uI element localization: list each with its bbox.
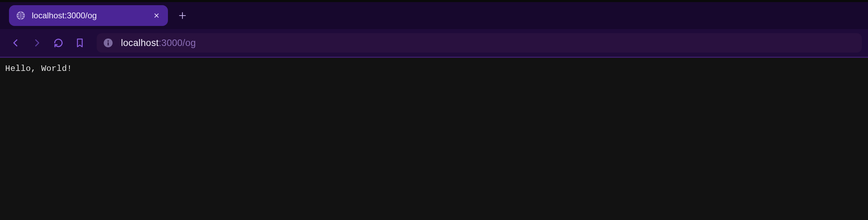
back-button[interactable] [6,34,25,52]
page-viewport: Hello, World! [0,58,868,220]
url-host: localhost [121,38,159,48]
info-icon[interactable] [103,38,113,48]
browser-chrome: localhost:3000/og [0,0,868,58]
tab-title: localhost:3000/og [32,11,146,20]
bookmark-button[interactable] [70,34,89,52]
address-bar[interactable]: localhost:3000/og [97,33,862,53]
active-tab[interactable]: localhost:3000/og [9,5,168,26]
tab-strip: localhost:3000/og [0,2,868,29]
url-path: :3000/og [159,38,196,48]
svg-point-2 [107,40,109,42]
svg-rect-3 [107,42,108,45]
close-icon[interactable] [152,11,161,20]
page-body-text: Hello, World! [5,64,863,73]
url-text: localhost:3000/og [121,38,196,48]
forward-button[interactable] [28,34,46,52]
toolbar: localhost:3000/og [0,29,868,57]
globe-icon [16,11,26,20]
new-tab-button[interactable] [177,10,188,21]
reload-button[interactable] [49,34,68,52]
